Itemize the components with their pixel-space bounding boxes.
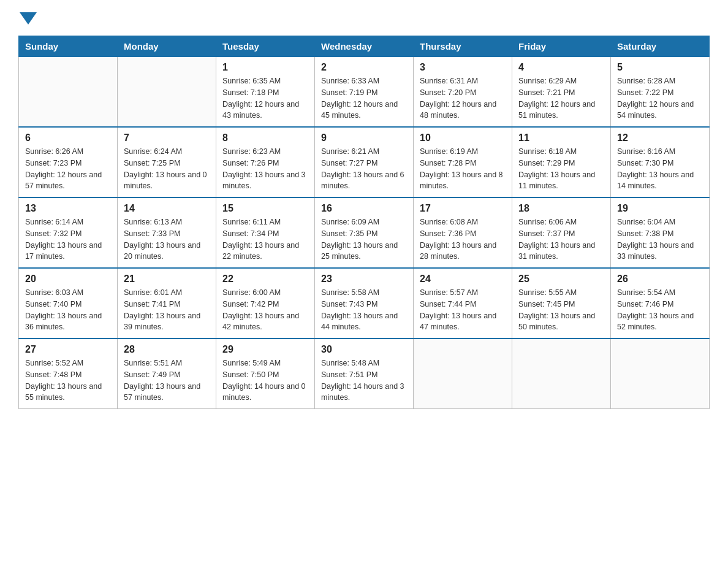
- day-number: 18: [518, 203, 604, 214]
- calendar-day-cell: 21Sunrise: 6:01 AMSunset: 7:41 PMDayligh…: [118, 268, 216, 339]
- day-info: Sunrise: 5:52 AMSunset: 7:48 PMDaylight:…: [25, 358, 111, 404]
- calendar-header-row: SundayMondayTuesdayWednesdayThursdayFrid…: [19, 36, 710, 57]
- weekday-header-sunday: Sunday: [19, 36, 118, 57]
- day-number: 24: [420, 274, 506, 285]
- day-info: Sunrise: 5:57 AMSunset: 7:44 PMDaylight:…: [420, 287, 506, 333]
- day-number: 3: [420, 62, 506, 73]
- calendar-week-row: 20Sunrise: 6:03 AMSunset: 7:40 PMDayligh…: [19, 268, 710, 339]
- day-number: 19: [617, 203, 703, 214]
- page-header: [18, 12, 710, 25]
- calendar-day-cell: 16Sunrise: 6:09 AMSunset: 7:35 PMDayligh…: [315, 197, 414, 268]
- calendar-day-cell: 6Sunrise: 6:26 AMSunset: 7:23 PMDaylight…: [19, 127, 118, 197]
- day-number: 10: [420, 132, 506, 144]
- day-number: 25: [518, 274, 604, 285]
- calendar-day-cell: 4Sunrise: 6:29 AMSunset: 7:21 PMDaylight…: [512, 57, 611, 128]
- day-number: 2: [321, 62, 407, 73]
- day-info: Sunrise: 5:58 AMSunset: 7:43 PMDaylight:…: [321, 287, 407, 333]
- calendar-week-row: 13Sunrise: 6:14 AMSunset: 7:32 PMDayligh…: [19, 197, 710, 268]
- calendar-day-cell: 24Sunrise: 5:57 AMSunset: 7:44 PMDayligh…: [414, 268, 512, 339]
- day-number: 1: [222, 62, 308, 73]
- calendar-day-cell: [414, 339, 512, 409]
- day-number: 21: [124, 274, 210, 285]
- day-number: 20: [25, 274, 111, 285]
- day-info: Sunrise: 6:08 AMSunset: 7:36 PMDaylight:…: [420, 216, 506, 262]
- calendar-day-cell: 25Sunrise: 5:55 AMSunset: 7:45 PMDayligh…: [512, 268, 611, 339]
- day-number: 27: [25, 344, 111, 355]
- calendar-day-cell: 3Sunrise: 6:31 AMSunset: 7:20 PMDaylight…: [414, 57, 512, 128]
- calendar-day-cell: 2Sunrise: 6:33 AMSunset: 7:19 PMDaylight…: [315, 57, 414, 128]
- day-number: 8: [222, 132, 308, 144]
- day-number: 17: [420, 203, 506, 214]
- weekday-header-tuesday: Tuesday: [216, 36, 315, 57]
- day-info: Sunrise: 5:49 AMSunset: 7:50 PMDaylight:…: [222, 358, 308, 404]
- day-info: Sunrise: 6:03 AMSunset: 7:40 PMDaylight:…: [25, 287, 111, 333]
- calendar-day-cell: 5Sunrise: 6:28 AMSunset: 7:22 PMDaylight…: [611, 57, 710, 128]
- logo-triangle-icon: [20, 12, 37, 25]
- day-number: 30: [321, 344, 407, 355]
- day-number: 4: [518, 62, 604, 73]
- calendar-day-cell: 12Sunrise: 6:16 AMSunset: 7:30 PMDayligh…: [611, 127, 710, 197]
- day-number: 22: [222, 274, 308, 285]
- day-number: 5: [617, 62, 703, 73]
- calendar-day-cell: 22Sunrise: 6:00 AMSunset: 7:42 PMDayligh…: [216, 268, 315, 339]
- day-info: Sunrise: 6:26 AMSunset: 7:23 PMDaylight:…: [25, 146, 111, 192]
- calendar-day-cell: 15Sunrise: 6:11 AMSunset: 7:34 PMDayligh…: [216, 197, 315, 268]
- calendar-day-cell: 13Sunrise: 6:14 AMSunset: 7:32 PMDayligh…: [19, 197, 118, 268]
- day-info: Sunrise: 6:16 AMSunset: 7:30 PMDaylight:…: [617, 146, 703, 192]
- day-info: Sunrise: 6:04 AMSunset: 7:38 PMDaylight:…: [617, 216, 703, 262]
- weekday-header-friday: Friday: [512, 36, 611, 57]
- calendar-day-cell: [512, 339, 611, 409]
- day-info: Sunrise: 6:06 AMSunset: 7:37 PMDaylight:…: [518, 216, 604, 262]
- day-number: 28: [124, 344, 210, 355]
- day-number: 7: [124, 132, 210, 144]
- calendar-day-cell: [118, 57, 216, 128]
- calendar-table: SundayMondayTuesdayWednesdayThursdayFrid…: [18, 36, 710, 409]
- calendar-day-cell: 27Sunrise: 5:52 AMSunset: 7:48 PMDayligh…: [19, 339, 118, 409]
- calendar-day-cell: 11Sunrise: 6:18 AMSunset: 7:29 PMDayligh…: [512, 127, 611, 197]
- day-info: Sunrise: 6:11 AMSunset: 7:34 PMDaylight:…: [222, 216, 308, 262]
- calendar-day-cell: 23Sunrise: 5:58 AMSunset: 7:43 PMDayligh…: [315, 268, 414, 339]
- day-info: Sunrise: 5:51 AMSunset: 7:49 PMDaylight:…: [124, 358, 210, 404]
- day-info: Sunrise: 6:24 AMSunset: 7:25 PMDaylight:…: [124, 146, 210, 192]
- weekday-header-wednesday: Wednesday: [315, 36, 414, 57]
- day-info: Sunrise: 6:19 AMSunset: 7:28 PMDaylight:…: [420, 146, 506, 192]
- day-number: 29: [222, 344, 308, 355]
- day-number: 23: [321, 274, 407, 285]
- calendar-day-cell: 1Sunrise: 6:35 AMSunset: 7:18 PMDaylight…: [216, 57, 315, 128]
- calendar-week-row: 27Sunrise: 5:52 AMSunset: 7:48 PMDayligh…: [19, 339, 710, 409]
- day-number: 6: [25, 132, 111, 144]
- day-number: 13: [25, 203, 111, 214]
- day-info: Sunrise: 5:54 AMSunset: 7:46 PMDaylight:…: [617, 287, 703, 333]
- day-info: Sunrise: 6:14 AMSunset: 7:32 PMDaylight:…: [25, 216, 111, 262]
- day-number: 16: [321, 203, 407, 214]
- day-info: Sunrise: 6:35 AMSunset: 7:18 PMDaylight:…: [222, 75, 308, 121]
- calendar-day-cell: 7Sunrise: 6:24 AMSunset: 7:25 PMDaylight…: [118, 127, 216, 197]
- logo: [18, 12, 38, 25]
- calendar-day-cell: 19Sunrise: 6:04 AMSunset: 7:38 PMDayligh…: [611, 197, 710, 268]
- day-info: Sunrise: 6:31 AMSunset: 7:20 PMDaylight:…: [420, 75, 506, 121]
- calendar-day-cell: 26Sunrise: 5:54 AMSunset: 7:46 PMDayligh…: [611, 268, 710, 339]
- day-number: 11: [518, 132, 604, 144]
- day-number: 9: [321, 132, 407, 144]
- day-info: Sunrise: 6:01 AMSunset: 7:41 PMDaylight:…: [124, 287, 210, 333]
- day-number: 26: [617, 274, 703, 285]
- day-number: 14: [124, 203, 210, 214]
- calendar-day-cell: 8Sunrise: 6:23 AMSunset: 7:26 PMDaylight…: [216, 127, 315, 197]
- calendar-day-cell: 30Sunrise: 5:48 AMSunset: 7:51 PMDayligh…: [315, 339, 414, 409]
- weekday-header-monday: Monday: [118, 36, 216, 57]
- weekday-header-saturday: Saturday: [611, 36, 710, 57]
- day-number: 12: [617, 132, 703, 144]
- calendar-day-cell: 14Sunrise: 6:13 AMSunset: 7:33 PMDayligh…: [118, 197, 216, 268]
- day-info: Sunrise: 6:23 AMSunset: 7:26 PMDaylight:…: [222, 146, 308, 192]
- day-info: Sunrise: 6:21 AMSunset: 7:27 PMDaylight:…: [321, 146, 407, 192]
- calendar-day-cell: 17Sunrise: 6:08 AMSunset: 7:36 PMDayligh…: [414, 197, 512, 268]
- day-info: Sunrise: 6:28 AMSunset: 7:22 PMDaylight:…: [617, 75, 703, 121]
- calendar-week-row: 6Sunrise: 6:26 AMSunset: 7:23 PMDaylight…: [19, 127, 710, 197]
- day-info: Sunrise: 6:09 AMSunset: 7:35 PMDaylight:…: [321, 216, 407, 262]
- day-info: Sunrise: 5:55 AMSunset: 7:45 PMDaylight:…: [518, 287, 604, 333]
- day-info: Sunrise: 6:29 AMSunset: 7:21 PMDaylight:…: [518, 75, 604, 121]
- day-number: 15: [222, 203, 308, 214]
- calendar-day-cell: [19, 57, 118, 128]
- calendar-day-cell: 18Sunrise: 6:06 AMSunset: 7:37 PMDayligh…: [512, 197, 611, 268]
- day-info: Sunrise: 6:18 AMSunset: 7:29 PMDaylight:…: [518, 146, 604, 192]
